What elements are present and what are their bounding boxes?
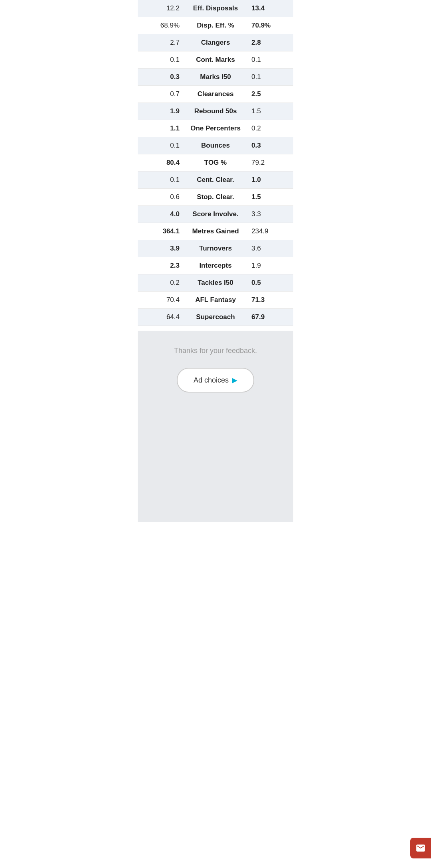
- stat-left-value: 0.6: [138, 189, 184, 206]
- stat-left-value: 4.0: [138, 206, 184, 223]
- table-row: 0.6Stop. Clear.1.5: [138, 189, 293, 206]
- stat-right-value: 67.9: [247, 309, 293, 326]
- table-row: 3.9Turnovers3.6: [138, 240, 293, 257]
- stat-left-value: 0.2: [138, 274, 184, 292]
- table-row: 0.7Clearances2.5: [138, 86, 293, 103]
- stat-left-value: 1.1: [138, 120, 184, 137]
- stat-label: Stop. Clear.: [184, 189, 247, 206]
- stat-left-value: 0.7: [138, 86, 184, 103]
- stat-left-value: 0.1: [138, 51, 184, 69]
- stats-table: 12.2Eff. Disposals13.468.9%Disp. Eff. %7…: [138, 0, 293, 326]
- stat-label: Score Involve.: [184, 206, 247, 223]
- stat-left-value: 80.4: [138, 154, 184, 172]
- stat-right-value: 1.9: [247, 257, 293, 274]
- stat-right-value: 0.5: [247, 274, 293, 292]
- table-row: 12.2Eff. Disposals13.4: [138, 0, 293, 17]
- table-row: 1.9Rebound 50s1.5: [138, 103, 293, 120]
- stat-right-value: 70.9%: [247, 17, 293, 34]
- stat-right-value: 79.2: [247, 154, 293, 172]
- feedback-text: Thanks for your feedback.: [146, 347, 285, 355]
- table-row: 364.1Metres Gained234.9: [138, 223, 293, 240]
- stat-label: Cont. Marks: [184, 51, 247, 69]
- table-row: 2.3Intercepts1.9: [138, 257, 293, 274]
- table-row: 64.4Supercoach67.9: [138, 309, 293, 326]
- table-row: 70.4AFL Fantasy71.3: [138, 292, 293, 309]
- stat-label: Intercepts: [184, 257, 247, 274]
- stat-label: Metres Gained: [184, 223, 247, 240]
- table-row: 2.7Clangers2.8: [138, 34, 293, 51]
- stat-label: AFL Fantasy: [184, 292, 247, 309]
- stat-left-value: 3.9: [138, 240, 184, 257]
- table-row: 80.4TOG %79.2: [138, 154, 293, 172]
- table-row: 0.3Marks I500.1: [138, 69, 293, 86]
- stat-right-value: 2.8: [247, 34, 293, 51]
- stat-right-value: 0.3: [247, 137, 293, 154]
- stat-left-value: 68.9%: [138, 17, 184, 34]
- stat-right-value: 0.1: [247, 69, 293, 86]
- ad-choices-button[interactable]: Ad choices ▶: [177, 368, 254, 393]
- table-row: 1.1One Percenters0.2: [138, 120, 293, 137]
- stat-label: Bounces: [184, 137, 247, 154]
- feedback-section: Thanks for your feedback. Ad choices ▶: [138, 331, 293, 522]
- stat-left-value: 0.1: [138, 172, 184, 189]
- stat-left-value: 0.1: [138, 137, 184, 154]
- stat-label: Eff. Disposals: [184, 0, 247, 17]
- stat-label: Marks I50: [184, 69, 247, 86]
- stat-left-value: 2.7: [138, 34, 184, 51]
- stat-right-value: 13.4: [247, 0, 293, 17]
- table-row: 4.0Score Involve.3.3: [138, 206, 293, 223]
- table-row: 0.1Cent. Clear.1.0: [138, 172, 293, 189]
- stat-left-value: 12.2: [138, 0, 184, 17]
- stat-right-value: 0.2: [247, 120, 293, 137]
- stat-label: TOG %: [184, 154, 247, 172]
- stat-right-value: 71.3: [247, 292, 293, 309]
- stat-label: Rebound 50s: [184, 103, 247, 120]
- stat-right-value: 3.6: [247, 240, 293, 257]
- table-row: 0.1Bounces0.3: [138, 137, 293, 154]
- stat-left-value: 64.4: [138, 309, 184, 326]
- stat-right-value: 0.1: [247, 51, 293, 69]
- stat-label: Supercoach: [184, 309, 247, 326]
- stat-right-value: 234.9: [247, 223, 293, 240]
- stat-right-value: 1.5: [247, 189, 293, 206]
- stat-label: Clearances: [184, 86, 247, 103]
- stat-left-value: 364.1: [138, 223, 184, 240]
- table-row: 68.9%Disp. Eff. %70.9%: [138, 17, 293, 34]
- stat-label: Disp. Eff. %: [184, 17, 247, 34]
- table-row: 0.2Tackles I500.5: [138, 274, 293, 292]
- stat-label: One Percenters: [184, 120, 247, 137]
- stat-label: Clangers: [184, 34, 247, 51]
- table-row: 0.1Cont. Marks0.1: [138, 51, 293, 69]
- stat-right-value: 3.3: [247, 206, 293, 223]
- stat-right-value: 1.5: [247, 103, 293, 120]
- stat-right-value: 2.5: [247, 86, 293, 103]
- stat-label: Turnovers: [184, 240, 247, 257]
- stat-left-value: 1.9: [138, 103, 184, 120]
- stat-left-value: 2.3: [138, 257, 184, 274]
- stat-left-value: 0.3: [138, 69, 184, 86]
- stat-left-value: 70.4: [138, 292, 184, 309]
- stat-right-value: 1.0: [247, 172, 293, 189]
- stat-label: Cent. Clear.: [184, 172, 247, 189]
- stat-label: Tackles I50: [184, 274, 247, 292]
- ad-choices-icon: ▶: [232, 376, 237, 385]
- ad-choices-label: Ad choices: [194, 376, 229, 385]
